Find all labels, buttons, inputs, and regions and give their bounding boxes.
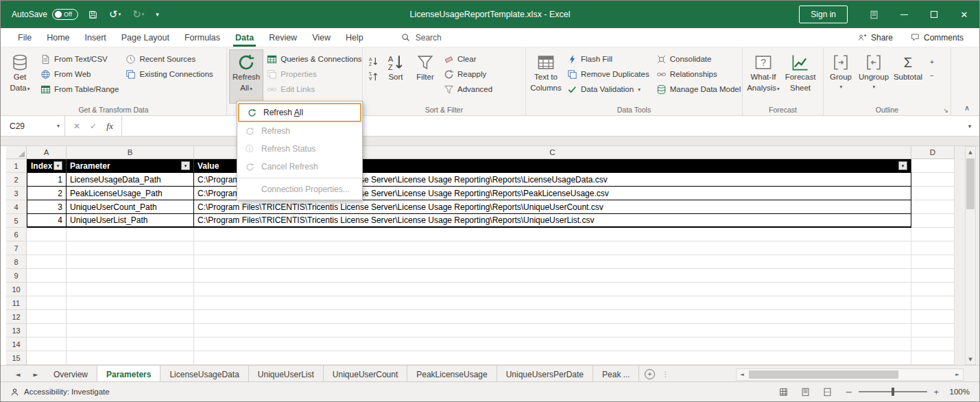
empty-cell[interactable]	[194, 351, 911, 365]
cell-b2[interactable]: LicenseUsageData_Path	[67, 173, 194, 187]
cell-a5[interactable]: 4	[27, 214, 67, 228]
from-web-button[interactable]: From Web	[37, 67, 122, 82]
filter-dropdown-index[interactable]: ▾	[53, 161, 62, 170]
customize-qat-button[interactable]: ▾	[154, 5, 160, 23]
horizontal-scrollbar[interactable]: ◄ ►	[736, 368, 964, 381]
scroll-down-button[interactable]: ▼	[966, 354, 975, 364]
cell-c4[interactable]: C:\Program Files\TRICENTIS\Tricentis Lic…	[194, 200, 911, 214]
row-header-4[interactable]: 4	[6, 200, 27, 214]
vertical-scroll-thumb[interactable]	[966, 158, 975, 209]
cell-b3[interactable]: PeakLicenseUsage_Path	[67, 187, 194, 200]
manage-data-model-button[interactable]: Manage Data Model	[653, 82, 745, 97]
empty-cell[interactable]	[194, 296, 911, 310]
maximize-button[interactable]	[919, 1, 949, 28]
row-header-12[interactable]: 12	[6, 310, 27, 324]
empty-cell[interactable]	[27, 310, 67, 324]
tab-insert[interactable]: Insert	[77, 28, 114, 47]
insert-function-button[interactable]: fx	[102, 121, 117, 132]
cell-b4[interactable]: UniqueUserCount_Path	[67, 200, 194, 214]
column-header-d[interactable]: D	[911, 146, 955, 159]
sheet-tab-peak-truncated[interactable]: Peak...	[593, 366, 639, 383]
sheet-nav-right-button[interactable]: ►	[27, 366, 45, 383]
empty-cell[interactable]	[67, 241, 194, 255]
minimize-button[interactable]	[889, 1, 919, 28]
sheet-tab-uniqueuserlist[interactable]: UniqueUserList	[249, 366, 324, 383]
collapse-ribbon-button[interactable]: ∧	[964, 104, 970, 113]
row-header-11[interactable]: 11	[6, 296, 27, 310]
empty-cell[interactable]	[67, 283, 194, 296]
what-if-analysis-button[interactable]: What-If Analysis▾	[745, 49, 782, 104]
accessibility-status[interactable]: Accessibility: Investigate	[10, 388, 110, 397]
sort-button[interactable]: Sort	[381, 49, 410, 104]
ungroup-button[interactable]: Ungroup ▾	[856, 49, 892, 104]
consolidate-button[interactable]: Consolidate	[653, 51, 745, 67]
clear-button[interactable]: Clear	[440, 51, 496, 67]
empty-cell[interactable]	[27, 228, 67, 241]
empty-cell[interactable]	[911, 283, 955, 296]
from-table-range-button[interactable]: From Table/Range	[37, 82, 122, 97]
existing-connections-button[interactable]: Existing Connections	[122, 67, 216, 82]
refresh-all-button[interactable]: Refresh All▾	[229, 49, 263, 104]
zoom-slider-thumb[interactable]	[892, 388, 894, 396]
empty-cell[interactable]	[911, 241, 955, 255]
filter-ribbon-button[interactable]: Filter	[410, 49, 440, 104]
empty-cell[interactable]	[27, 269, 67, 283]
row-header-1[interactable]: 1	[6, 159, 27, 173]
comments-button[interactable]: Comments	[902, 28, 972, 47]
autosave-toggle[interactable]: AutoSave Off	[12, 9, 78, 20]
empty-cell[interactable]	[911, 351, 955, 365]
scroll-up-button[interactable]: ▲	[966, 147, 975, 157]
zoom-slider[interactable]	[859, 391, 927, 392]
row-header-3[interactable]: 3	[6, 187, 27, 200]
share-button[interactable]: Share	[849, 28, 902, 47]
empty-cell[interactable]	[67, 324, 194, 338]
row-header-15[interactable]: 15	[6, 351, 27, 365]
tab-formulas[interactable]: Formulas	[177, 28, 228, 47]
tab-page-layout[interactable]: Page Layout	[114, 28, 177, 47]
row-header-13[interactable]: 13	[6, 324, 27, 338]
name-box[interactable]: C29 ▾	[1, 116, 65, 136]
reapply-button[interactable]: Reapply	[440, 67, 496, 82]
empty-cell[interactable]	[67, 310, 194, 324]
sheet-tab-uniqueusersperdate[interactable]: UniqueUsersPerDate	[497, 366, 593, 383]
empty-cell[interactable]	[27, 338, 67, 351]
menu-item-refresh-all[interactable]: Refresh All	[238, 103, 361, 122]
properties-button[interactable]: Properties	[263, 67, 365, 82]
row-header-9[interactable]: 9	[6, 269, 27, 283]
row-header-14[interactable]: 14	[6, 338, 27, 351]
expand-formula-bar-button[interactable]: ▾	[960, 116, 979, 136]
empty-cell[interactable]	[911, 255, 955, 269]
hide-detail-button[interactable]: −	[924, 69, 940, 82]
tab-scroll-splitter[interactable]: ⋮	[660, 366, 671, 383]
new-sheet-button[interactable]: +	[639, 366, 660, 383]
empty-cell[interactable]	[194, 338, 911, 351]
empty-cell[interactable]	[911, 296, 955, 310]
autosave-switch[interactable]: Off	[52, 9, 78, 20]
empty-cell[interactable]	[67, 351, 194, 365]
zoom-in-button[interactable]: +	[933, 387, 939, 397]
normal-view-button[interactable]	[777, 385, 791, 399]
sheet-tab-parameters[interactable]: Parameters	[97, 366, 160, 383]
zoom-out-button[interactable]: −	[846, 387, 853, 397]
vertical-scrollbar[interactable]: ▲ ▼	[965, 146, 976, 365]
forecast-sheet-button[interactable]: Forecast Sheet	[782, 49, 819, 104]
row-header-2[interactable]: 2	[6, 173, 27, 187]
horizontal-scroll-thumb[interactable]	[749, 370, 898, 379]
column-header-a[interactable]: A	[27, 146, 67, 159]
sheet-nav-left-button[interactable]: ◄	[9, 366, 27, 383]
empty-cell[interactable]	[194, 283, 911, 296]
cell-c5[interactable]: C:\Program Files\TRICENTIS\Tricentis Lic…	[194, 214, 911, 228]
empty-cell[interactable]	[67, 269, 194, 283]
get-data-button[interactable]: Get Data▾	[3, 49, 37, 104]
row-header-10[interactable]: 10	[6, 283, 27, 296]
empty-cell[interactable]	[194, 310, 911, 324]
tab-review[interactable]: Review	[261, 28, 304, 47]
empty-cell[interactable]	[27, 296, 67, 310]
cell-a4[interactable]: 3	[27, 200, 67, 214]
row-header-7[interactable]: 7	[6, 241, 27, 255]
undo-button[interactable]: ↺▾	[108, 5, 122, 23]
empty-cell[interactable]	[67, 228, 194, 241]
data-validation-button[interactable]: Data Validation▾	[564, 82, 653, 97]
vertical-scroll-track[interactable]	[966, 157, 975, 354]
cell-d4[interactable]	[911, 200, 955, 214]
